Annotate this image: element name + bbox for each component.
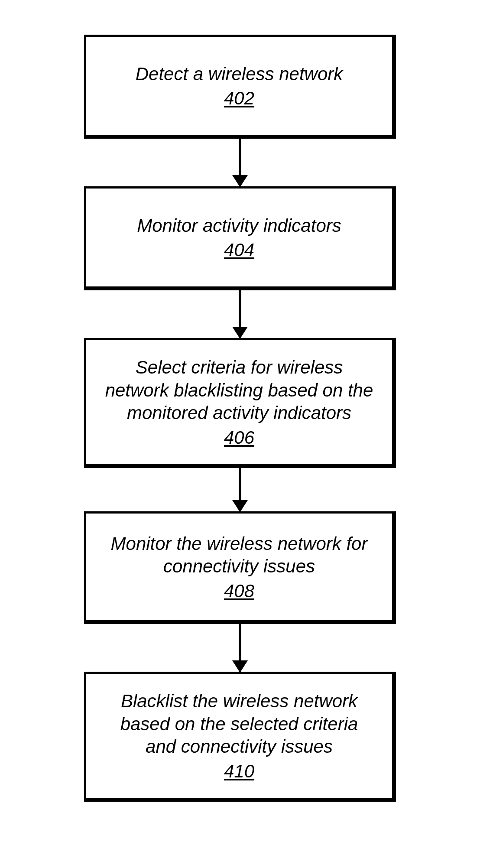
- step-ref: 404: [224, 240, 254, 260]
- step-ref: 402: [224, 88, 254, 109]
- step-ref: 408: [224, 581, 254, 601]
- arrow-icon: [239, 468, 241, 511]
- step-text: Monitor the wireless network for connect…: [104, 533, 375, 578]
- step-box-410: Blacklist the wireless network based on …: [84, 672, 396, 802]
- step-text: Monitor activity indicators: [137, 215, 341, 237]
- step-box-406: Select criteria for wireless network bla…: [84, 338, 396, 468]
- arrow-icon: [239, 290, 241, 338]
- step-box-408: Monitor the wireless network for connect…: [84, 511, 396, 624]
- step-box-404: Monitor activity indicators 404: [84, 186, 396, 290]
- step-text: Blacklist the wireless network based on …: [104, 690, 375, 758]
- flowchart-container: Detect a wireless network 402 Monitor ac…: [0, 0, 480, 802]
- step-text: Detect a wireless network: [136, 63, 343, 86]
- step-ref: 410: [224, 761, 254, 782]
- arrow-icon: [239, 624, 241, 672]
- step-ref: 406: [224, 427, 254, 448]
- step-box-402: Detect a wireless network 402: [84, 35, 396, 139]
- step-text: Select criteria for wireless network bla…: [104, 356, 375, 425]
- arrow-icon: [239, 139, 241, 186]
